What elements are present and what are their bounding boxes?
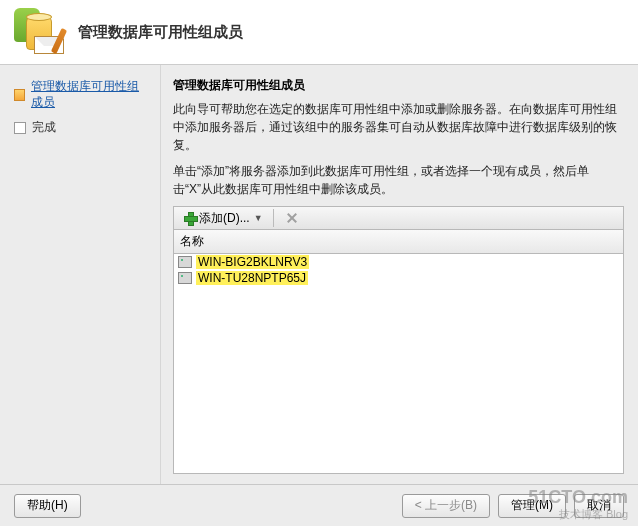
list-item[interactable]: WIN-TU28NPTP65J [174,270,623,286]
step-indicator [14,122,26,134]
dropdown-arrow-icon: ▼ [254,213,263,223]
help-button[interactable]: 帮助(H) [14,494,81,518]
server-icon [178,256,192,268]
wizard-title: 管理数据库可用性组成员 [78,23,243,42]
wizard-header: 管理数据库可用性组成员 [0,0,638,65]
remove-button[interactable] [279,208,303,228]
add-button-label: 添加(D)... [199,210,250,227]
database-mail-icon [12,8,60,56]
step-manage-members[interactable]: 管理数据库可用性组成员 [14,79,150,110]
back-button[interactable]: < 上一步(B) [402,494,490,518]
server-name: WIN-BIG2BKLNRV3 [196,255,309,269]
list-toolbar: 添加(D)... ▼ [173,206,624,230]
server-name: WIN-TU28NPTP65J [196,271,308,285]
server-list[interactable]: WIN-BIG2BKLNRV3 WIN-TU28NPTP65J [173,254,624,474]
step-complete[interactable]: 完成 [14,120,150,136]
server-icon [178,272,192,284]
cancel-button[interactable]: 取消 [574,494,624,518]
close-icon [284,211,298,225]
column-header-name[interactable]: 名称 [173,230,624,254]
step-label: 完成 [32,120,56,136]
section-title: 管理数据库可用性组成员 [173,77,624,94]
plus-icon [183,211,197,225]
step-indicator-active [14,89,25,101]
list-item[interactable]: WIN-BIG2BKLNRV3 [174,254,623,270]
wizard-footer: 帮助(H) < 上一步(B) 管理(M) 取消 [0,484,638,526]
wizard-main: 管理数据库可用性组成员 此向导可帮助您在选定的数据库可用性组中添加或删除服务器。… [160,65,638,484]
add-button[interactable]: 添加(D)... ▼ [178,207,268,230]
description-2: 单击“添加”将服务器添加到此数据库可用性组，或者选择一个现有成员，然后单击“X”… [173,162,624,198]
toolbar-separator [273,209,274,227]
wizard-body: 管理数据库可用性组成员 完成 管理数据库可用性组成员 此向导可帮助您在选定的数据… [0,65,638,484]
step-label: 管理数据库可用性组成员 [31,79,150,110]
wizard-window: 管理数据库可用性组成员 管理数据库可用性组成员 完成 管理数据库可用性组成员 此… [0,0,638,526]
wizard-sidebar: 管理数据库可用性组成员 完成 [0,65,160,484]
manage-button[interactable]: 管理(M) [498,494,566,518]
description-1: 此向导可帮助您在选定的数据库可用性组中添加或删除服务器。在向数据库可用性组中添加… [173,100,624,154]
